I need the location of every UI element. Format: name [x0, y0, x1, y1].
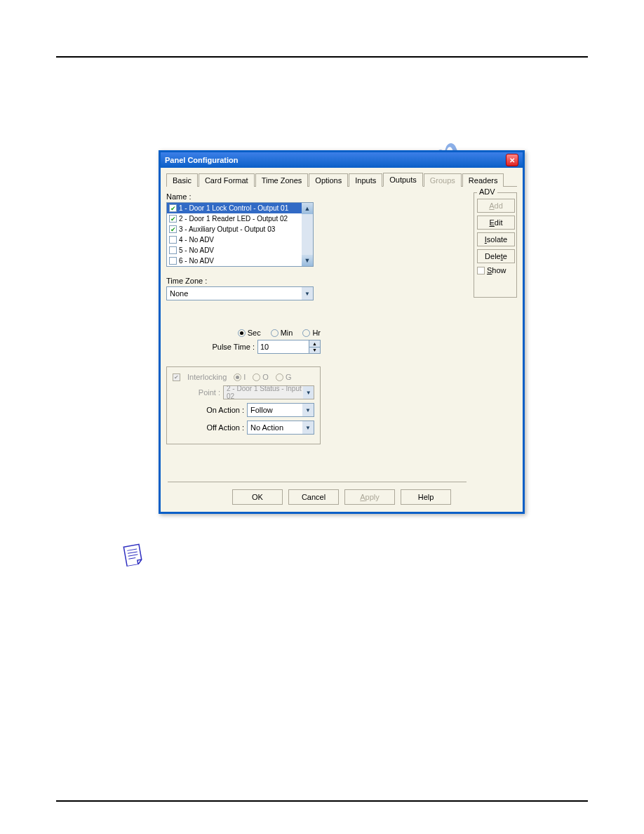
dropdown-icon[interactable]: ▼ — [302, 287, 313, 300]
timezone-combo[interactable]: None ▼ — [166, 286, 314, 300]
tab-groups: Groups — [424, 173, 462, 187]
radio-hr[interactable]: Hr — [302, 329, 321, 337]
dropdown-icon: ▼ — [303, 386, 314, 399]
close-icon: ✕ — [509, 157, 515, 164]
tab-readers[interactable]: Readers — [462, 173, 504, 187]
interlocking-group: ✔ Interlocking I O G Point : 2 - Door 1 … — [166, 366, 321, 444]
pulse-time-spinner[interactable]: ▲▼ — [257, 340, 321, 354]
tab-outputs[interactable]: Outputs — [383, 173, 423, 187]
radio-g: G — [276, 373, 292, 381]
radio-o: O — [253, 373, 269, 381]
tab-row: Basic Card Format Time Zones Options Inp… — [166, 172, 517, 187]
list-item[interactable]: ✔3 - Auxiliary Output - Output 03 — [167, 224, 313, 234]
scrollbar[interactable]: ▲ ▼ — [302, 203, 313, 266]
radio-i: I — [234, 373, 246, 381]
tab-card-format[interactable]: Card Format — [199, 173, 255, 187]
dialog-title: Panel Configuration — [165, 156, 239, 164]
interlocking-checkbox: ✔ — [173, 373, 180, 381]
button-row: OK Cancel Apply Help — [161, 489, 523, 505]
tab-inputs[interactable]: Inputs — [349, 173, 382, 187]
off-action-combo[interactable]: No Action▼ — [247, 421, 314, 435]
interlocking-label: Interlocking — [187, 373, 227, 381]
spin-up-icon[interactable]: ▲ — [309, 340, 320, 348]
list-item[interactable]: ✔2 - Door 1 Reader LED - Output 02 — [167, 213, 313, 224]
checkbox-icon[interactable] — [169, 236, 177, 244]
add-button: Add — [477, 199, 515, 213]
dropdown-icon[interactable]: ▼ — [302, 421, 314, 434]
bottom-rule — [56, 800, 588, 802]
tab-time-zones[interactable]: Time Zones — [255, 173, 309, 187]
list-item[interactable]: 6 - No ADV — [167, 256, 313, 266]
titlebar[interactable]: Panel Configuration ✕ — [161, 152, 523, 168]
on-action-combo[interactable]: Follow▼ — [247, 403, 314, 417]
cancel-button[interactable]: Cancel — [288, 489, 339, 505]
outputs-listbox[interactable]: ✔1 - Door 1 Lock Control - Output 01 ✔2 … — [166, 202, 314, 267]
dialog-body: Basic Card Format Time Zones Options Inp… — [161, 168, 523, 512]
list-item[interactable]: 4 - No ADV — [167, 234, 313, 245]
edit-button[interactable]: Edit — [477, 216, 515, 230]
pulse-time-input[interactable] — [258, 340, 309, 353]
pulse-label: Pulse Time : — [212, 343, 255, 351]
ok-button[interactable]: OK — [232, 489, 283, 505]
timezone-label: Time Zone : — [166, 277, 469, 285]
on-action-label: On Action : — [206, 406, 244, 414]
top-rule — [56, 56, 588, 58]
note-icon — [121, 543, 146, 572]
tab-basic[interactable]: Basic — [166, 173, 198, 187]
list-item[interactable]: 5 - No ADV — [167, 245, 313, 256]
scroll-down-icon[interactable]: ▼ — [302, 255, 313, 266]
help-button[interactable]: Help — [401, 489, 451, 505]
show-checkbox[interactable] — [477, 267, 485, 274]
apply-button: Apply — [344, 489, 395, 505]
spin-down-icon[interactable]: ▼ — [309, 348, 320, 354]
separator — [168, 482, 467, 482]
scroll-up-icon[interactable]: ▲ — [302, 203, 313, 214]
close-button[interactable]: ✕ — [506, 154, 518, 166]
delete-button[interactable]: Delete — [477, 249, 515, 263]
adv-legend: ADV — [477, 187, 497, 196]
checkbox-icon[interactable]: ✔ — [169, 225, 177, 233]
radio-min[interactable]: Min — [271, 329, 293, 337]
point-label: Point : — [199, 388, 220, 397]
dropdown-icon[interactable]: ▼ — [302, 404, 314, 416]
pulse-unit-radios: Sec Min Hr — [166, 329, 321, 337]
list-item[interactable]: ✔1 - Door 1 Lock Control - Output 01 — [167, 203, 313, 213]
checkbox-icon[interactable] — [169, 246, 177, 254]
name-label: Name : — [166, 192, 469, 201]
panel-config-dialog: Panel Configuration ✕ Basic Card Format … — [159, 150, 525, 514]
isolate-button[interactable]: Isolate — [477, 232, 515, 246]
radio-sec[interactable]: Sec — [238, 329, 261, 337]
off-action-label: Off Action : — [206, 423, 244, 432]
checkbox-icon[interactable] — [169, 257, 177, 265]
adv-panel: ADV Add Edit Isolate Delete Show — [474, 192, 517, 298]
point-combo: 2 - Door 1 Status - Input 02▼ — [223, 385, 314, 399]
checkbox-icon[interactable]: ✔ — [169, 204, 177, 212]
tab-options[interactable]: Options — [309, 173, 348, 187]
checkbox-icon[interactable]: ✔ — [169, 215, 177, 223]
